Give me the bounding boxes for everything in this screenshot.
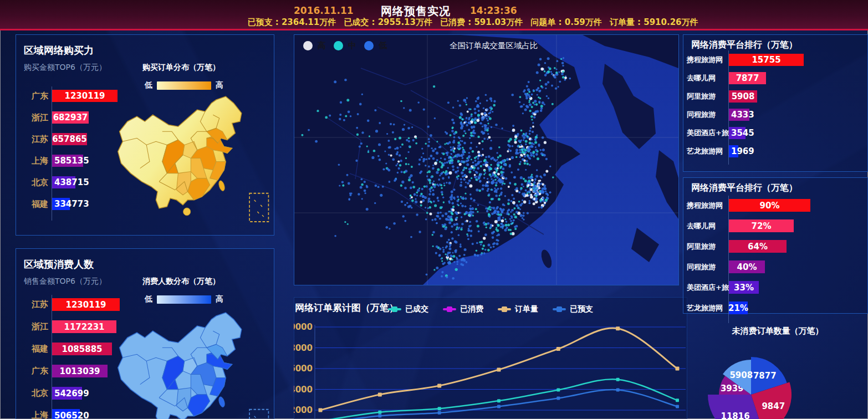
legend-item-prepaid[interactable]: 已预支 bbox=[553, 304, 593, 314]
panel-title: 网络消费平台排行（万笔） bbox=[691, 182, 798, 194]
pie-slice-value: 11816 bbox=[721, 411, 750, 419]
data-point[interactable] bbox=[438, 411, 441, 415]
bar-row: 美团酒店+旅游3545 bbox=[687, 127, 864, 139]
bar-category-label: 携程旅游网 bbox=[687, 199, 727, 212]
bar-value: 506520 bbox=[54, 409, 89, 419]
national-scatter-map[interactable] bbox=[294, 35, 678, 285]
bar-category-label: 浙江 bbox=[21, 320, 48, 333]
legend-item-completed[interactable]: 已成交 bbox=[388, 304, 428, 314]
scatter-legend: 高 中 低 bbox=[303, 40, 387, 51]
bar-value: 1013039 bbox=[52, 365, 108, 377]
bar-category-label: 携程旅游网 bbox=[687, 54, 727, 66]
mini-map-title: 购买订单分布（万笔） bbox=[142, 63, 220, 73]
data-point[interactable] bbox=[438, 407, 441, 410]
data-point[interactable] bbox=[675, 367, 679, 371]
bar-category-label: 同程旅游 bbox=[687, 109, 727, 121]
bar-category-label: 福建 bbox=[21, 343, 48, 355]
y-tick-label: 6000 bbox=[294, 364, 313, 374]
pie-slice-value: 9847 bbox=[762, 401, 785, 411]
south-sea-inset bbox=[249, 410, 268, 419]
bar-value: 40% bbox=[729, 260, 765, 273]
bar-category-label: 上海 bbox=[21, 155, 48, 167]
data-point[interactable] bbox=[319, 408, 323, 412]
legend-item-order-volume[interactable]: 订单量 bbox=[498, 304, 538, 314]
line-chart-legend: 已成交 已消费 订单量 已预支 bbox=[388, 304, 593, 314]
stat-problem: 问题单 : 0.59万件 bbox=[530, 17, 601, 28]
line-series-3[interactable] bbox=[320, 390, 677, 419]
legend-label: 已消费 bbox=[460, 304, 483, 314]
legend-swatch bbox=[388, 306, 401, 312]
data-point[interactable] bbox=[378, 411, 381, 414]
bar-row: 同程旅游4333 bbox=[687, 109, 864, 121]
legend-item-low[interactable]: 低 bbox=[364, 40, 387, 51]
legend-item-consumed[interactable]: 已消费 bbox=[443, 304, 483, 314]
data-point[interactable] bbox=[556, 347, 560, 351]
panel-platform-rank-percent: 网络消费平台排行（万笔） 携程旅游网90%去哪儿网72%阿里旅游64%同程旅游4… bbox=[683, 177, 868, 314]
china-choropleth-map-consumer[interactable] bbox=[115, 311, 273, 419]
legend-item-high[interactable]: 高 bbox=[303, 40, 326, 51]
bar-value: 5908 bbox=[729, 90, 757, 103]
y-tick-label: 8000 bbox=[294, 343, 313, 353]
data-point[interactable] bbox=[676, 405, 679, 408]
legend-label: 高 bbox=[318, 40, 326, 51]
legend-label: 中 bbox=[348, 40, 356, 51]
stat-prepaid: 已预支 : 2364.11万件 bbox=[247, 17, 336, 28]
data-point[interactable] bbox=[616, 388, 620, 391]
data-point[interactable] bbox=[556, 388, 560, 391]
bar-category-label: 江苏 bbox=[21, 133, 48, 145]
legend-label: 订单量 bbox=[515, 304, 538, 314]
data-point[interactable] bbox=[378, 414, 381, 417]
panel-title: 区域预消费人数 bbox=[24, 258, 94, 271]
bar-row: 去哪儿网72% bbox=[687, 219, 864, 232]
bar-value: 542699 bbox=[54, 387, 89, 400]
data-point[interactable] bbox=[616, 326, 620, 330]
gradient-bar[interactable] bbox=[157, 81, 211, 90]
header-date: 2016.11.11 bbox=[294, 5, 354, 16]
china-choropleth-map-purchase[interactable] bbox=[115, 95, 273, 225]
visualmap-gradient[interactable]: 低 高 bbox=[145, 294, 223, 304]
data-point[interactable] bbox=[497, 367, 501, 371]
panel-platform-rank-volume: 网络消费平台排行（万笔） 携程旅游网15755去哪儿网7877阿里旅游5908同… bbox=[683, 34, 868, 172]
data-point[interactable] bbox=[676, 398, 679, 402]
bar-value: 7877 bbox=[729, 72, 766, 84]
data-point[interactable] bbox=[497, 399, 501, 402]
bar-category-label: 艺龙旅游网 bbox=[687, 145, 727, 157]
bar-category-label: 美团酒店+旅游 bbox=[687, 127, 727, 139]
legend-dot-high bbox=[303, 41, 313, 50]
panel-region-purchase: 区域网络购买力 购买金额TOP6（万元） 购买订单分布（万笔） 低 高 广东12… bbox=[16, 34, 274, 236]
gradient-bar[interactable] bbox=[157, 295, 211, 304]
legend-item-mid[interactable]: 中 bbox=[334, 40, 356, 51]
bar-value: 33% bbox=[729, 281, 759, 294]
data-point[interactable] bbox=[497, 405, 501, 408]
bar-category-label: 阿里旅游 bbox=[687, 90, 727, 103]
panel-national-map: 高 中 低 全国订单成交量区域占比 bbox=[294, 34, 679, 285]
data-point[interactable] bbox=[616, 378, 620, 381]
inset-islands bbox=[254, 200, 264, 217]
bar-category-label: 广东 bbox=[21, 365, 48, 377]
data-point[interactable] bbox=[378, 392, 382, 396]
bar-row: 艺龙旅游网21% bbox=[687, 302, 864, 314]
bar-value: 1230119 bbox=[52, 298, 120, 311]
bar-category-label: 福建 bbox=[21, 198, 48, 210]
order-cumulative-line-chart[interactable]: 200040006000800010000 bbox=[294, 321, 687, 419]
bar-value: 64% bbox=[729, 240, 787, 253]
bar-value: 438715 bbox=[54, 176, 89, 188]
legend-swatch bbox=[553, 306, 566, 312]
panel-subtitle: 购买金额TOP6（万元） bbox=[24, 63, 106, 73]
bar-row: 艺龙旅游网1969 bbox=[687, 145, 864, 157]
bar-category-label: 北京 bbox=[21, 176, 48, 188]
bar-value: 657865 bbox=[52, 133, 87, 145]
visualmap-gradient[interactable]: 低 高 bbox=[145, 80, 223, 90]
data-point[interactable] bbox=[556, 396, 560, 400]
pie-slice-value: 7877 bbox=[753, 371, 777, 381]
bar-row: 美团酒店+旅游33% bbox=[687, 281, 864, 294]
bar-value: 90% bbox=[729, 199, 810, 212]
bar-row: 去哪儿网7877 bbox=[687, 72, 864, 84]
data-point[interactable] bbox=[437, 384, 441, 387]
bar-row: 江苏1230119 bbox=[21, 298, 154, 311]
unconsumed-order-pie[interactable]: 787798471181639395908 bbox=[687, 324, 868, 419]
taiwan-region bbox=[218, 396, 226, 408]
y-tick-label: 2000 bbox=[294, 405, 313, 415]
header-stats: 已预支 : 2364.11万件 已成交 : 2955.13万件 已消费 : 59… bbox=[39, 17, 868, 28]
header: 2016.11.11 网络预售实况 14:23:36 已预支 : 2364.11… bbox=[0, 0, 868, 30]
